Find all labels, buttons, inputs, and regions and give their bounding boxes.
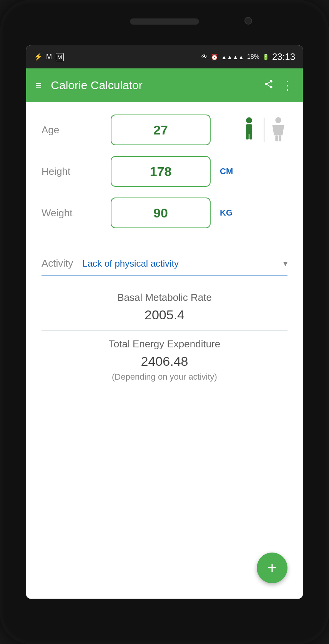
height-label: Height <box>42 166 111 178</box>
activity-label: Activity <box>42 257 73 269</box>
height-row: Height 178 CM <box>42 156 287 187</box>
phone-speaker <box>130 18 199 25</box>
svg-rect-7 <box>279 135 281 141</box>
app-title: Calorie Calculator <box>51 79 264 92</box>
app-bar-actions: ⋮ <box>264 78 294 93</box>
dropdown-arrow-icon[interactable]: ▾ <box>283 259 287 269</box>
fields-section: Age 27 <box>26 102 303 251</box>
svg-rect-2 <box>246 133 249 139</box>
status-left-icons: ⚡ M M <box>34 53 64 61</box>
more-icon[interactable]: ⋮ <box>281 78 294 93</box>
gender-divider <box>264 118 264 142</box>
svg-rect-3 <box>249 133 252 139</box>
weight-value: 90 <box>153 206 168 221</box>
weight-unit[interactable]: KG <box>220 208 233 218</box>
tee-value: 2406.48 <box>42 354 287 369</box>
bmr-block: Basal Metabolic Rate 2005.4 <box>42 284 287 330</box>
status-bar: ⚡ M M 👁 ⏰ ▲▲▲▲ 18% 🔋 23:13 <box>26 45 303 68</box>
phone-screen: ⚡ M M 👁 ⏰ ▲▲▲▲ 18% 🔋 23:13 ≡ Calorie Cal… <box>26 45 303 599</box>
bmr-value: 2005.4 <box>42 307 287 322</box>
phone-device: ⚡ M M 👁 ⏰ ▲▲▲▲ 18% 🔋 23:13 ≡ Calorie Cal… <box>0 0 329 644</box>
female-icon[interactable] <box>269 117 287 143</box>
svg-rect-1 <box>246 124 252 134</box>
signal-icon: ▲▲▲▲ <box>221 54 244 60</box>
age-value: 27 <box>153 123 168 138</box>
svg-marker-5 <box>273 125 284 135</box>
status-time: 23:13 <box>272 51 295 62</box>
weight-label: Weight <box>42 207 111 219</box>
bmr-title: Basal Metabolic Rate <box>42 292 287 304</box>
gmail2-icon: M <box>56 53 64 61</box>
tee-bottom-divider <box>42 393 287 393</box>
age-row: Age 27 <box>42 115 287 145</box>
weight-row: Weight 90 KG <box>42 198 287 228</box>
app-bar: ≡ Calorie Calculator ⋮ <box>26 68 303 102</box>
age-input[interactable]: 27 <box>111 115 211 145</box>
activity-section[interactable]: Activity Lack of physical activity ▾ <box>42 251 287 276</box>
age-label: Age <box>42 124 111 136</box>
svg-rect-6 <box>275 135 278 141</box>
gender-selector <box>239 117 287 143</box>
usb-icon: ⚡ <box>34 53 42 61</box>
male-icon[interactable] <box>239 117 259 143</box>
height-unit[interactable]: CM <box>220 166 233 176</box>
content-area: Age 27 <box>26 102 303 599</box>
hamburger-icon[interactable]: ≡ <box>35 79 42 91</box>
tee-block: Total Energy Expenditure 2406.48 (Depend… <box>42 330 287 390</box>
gmail-icon: M <box>46 53 52 61</box>
fab-button[interactable]: + <box>257 553 287 583</box>
fab-plus-icon: + <box>268 560 277 576</box>
results-section: Basal Metabolic Rate 2005.4 Total Energy… <box>26 276 303 401</box>
svg-point-4 <box>275 117 281 123</box>
tee-note: (Depending on your activity) <box>42 372 287 382</box>
status-right-icons: 👁 ⏰ ▲▲▲▲ 18% 🔋 23:13 <box>201 51 295 62</box>
svg-point-0 <box>246 117 252 123</box>
phone-camera <box>244 17 252 25</box>
alarm-icon: ⏰ <box>211 53 218 61</box>
share-icon[interactable] <box>264 79 274 92</box>
battery-icon: 🔋 <box>263 54 269 60</box>
tee-title: Total Energy Expenditure <box>42 338 287 350</box>
height-value: 178 <box>150 164 172 179</box>
activity-wrapper: Activity Lack of physical activity ▾ <box>42 251 287 276</box>
eye-icon: 👁 <box>201 53 208 60</box>
height-input[interactable]: 178 <box>111 156 211 187</box>
activity-value[interactable]: Lack of physical activity <box>82 258 283 269</box>
weight-input[interactable]: 90 <box>111 198 211 228</box>
battery-percentage: 18% <box>247 53 259 60</box>
